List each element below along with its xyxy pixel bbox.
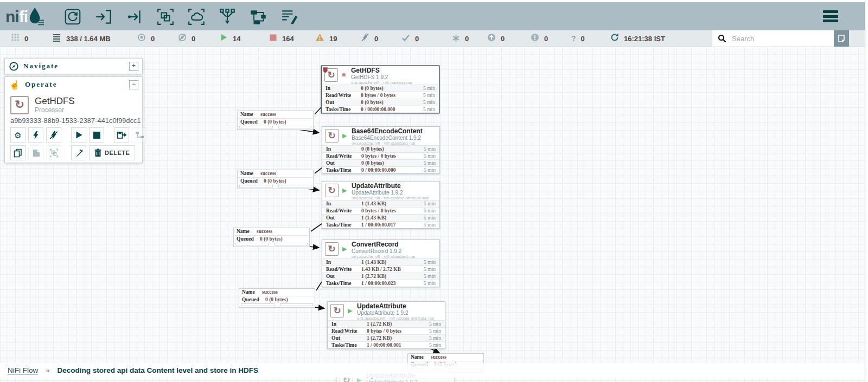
- input-port-icon[interactable]: [93, 7, 114, 27]
- connection-label[interactable]: Name success Queued 0 (0 bytes): [237, 170, 314, 189]
- processor-type-version: ConvertRecord 1.9.2: [352, 248, 438, 254]
- connection-name-value: success: [262, 289, 278, 296]
- processor-node[interactable]: ↻ ▶ ConvertRecord ConvertRecord 1.9.2 or…: [322, 239, 440, 287]
- copy-button[interactable]: [10, 145, 25, 160]
- start-button[interactable]: [71, 127, 86, 143]
- stat-label: Read/Write: [326, 208, 352, 214]
- navigate-expand-button[interactable]: +: [129, 62, 138, 71]
- locally-modified-icon: [452, 34, 460, 43]
- processor-node[interactable]: ↻ ▶ Base64EncodeContent Base64EncodeCont…: [322, 126, 440, 174]
- stat-row: Tasks/Time0 / 00:00:00.0005 min: [322, 106, 439, 113]
- status-active-threads: 0: [11, 30, 28, 47]
- breadcrumb-current: Decoding stored api data Content level a…: [57, 366, 258, 374]
- navigate-header: Navigate +: [5, 59, 142, 74]
- stat-label: In: [326, 146, 331, 152]
- breadcrumb-separator: »: [46, 366, 49, 374]
- breadcrumb-root-link[interactable]: NiFi Flow: [8, 366, 38, 375]
- search-box: [712, 30, 834, 47]
- up-to-date-icon: [401, 34, 410, 44]
- nifi-logo: nifi: [5, 7, 44, 26]
- locally-modified-stale-icon: [531, 33, 539, 44]
- stat-label: Tasks/Time: [326, 222, 351, 228]
- status-value: 0: [501, 35, 505, 43]
- stat-window: 5 min: [424, 160, 436, 166]
- processor-node[interactable]: ↻ ■ GetHDFS GetHDFS 1.9.2 org.apache.nif…: [321, 66, 439, 113]
- processor-stats: In1 (2.72 KB)5 minRead/Write0 bytes / 0 …: [328, 320, 445, 348]
- processor-header: ↻ ▶ UpdateAttribute UpdateAttribute 1.9.…: [328, 302, 445, 320]
- operate-actions-row-1: ⚙: [10, 127, 147, 143]
- stat-window: 5 min: [424, 167, 436, 173]
- queue-count-meter: [239, 126, 273, 128]
- processor-stats: In1 (1.43 KB)5 minRead/Write0 bytes / 0 …: [322, 200, 439, 228]
- stat-row: Read/Write1.43 KB / 2.72 KB5 min: [322, 266, 439, 273]
- flow-summary-button[interactable]: [834, 30, 849, 47]
- processor-icon: ↻: [10, 96, 29, 114]
- operate-collapse-button[interactable]: −: [129, 80, 138, 89]
- status-refresh: 16:21:38 IST: [610, 30, 665, 47]
- remote-process-group-icon[interactable]: [186, 7, 207, 27]
- global-menu-icon[interactable]: [823, 10, 838, 22]
- connection-queue-meters: [239, 303, 315, 307]
- operate-header: ☝ Operate −: [5, 77, 142, 92]
- fill-color-button[interactable]: [71, 145, 86, 160]
- stop-button[interactable]: [89, 127, 104, 143]
- operate-panel: ☝ Operate − ↻ GetHDFS Processor a9b93333…: [4, 76, 143, 163]
- threads-grid-icon: [11, 33, 20, 44]
- sync-failure-icon: ?: [571, 35, 576, 42]
- running-icon: ▶: [342, 245, 347, 252]
- upload-template-button: [132, 127, 147, 143]
- stat-value: 1 / 00:00:00.001: [367, 342, 401, 348]
- delete-button[interactable]: DELETE: [89, 145, 135, 160]
- processor-titles: GetHDFS GetHDFS 1.9.2 org.apache.nifi - …: [351, 67, 438, 86]
- status-value: 338 / 1.64 MB: [66, 35, 111, 43]
- trash-icon: [94, 148, 101, 157]
- funnel-icon[interactable]: [217, 7, 238, 27]
- status-value: 164: [282, 35, 294, 43]
- stat-value: 0 / 00:00:00.000: [361, 167, 396, 173]
- note-icon: [837, 34, 846, 43]
- connection-label[interactable]: Name success Queued 0 (0 bytes): [239, 288, 315, 308]
- output-port-icon[interactable]: [124, 7, 145, 27]
- enable-button[interactable]: [28, 127, 43, 143]
- stat-row: Read/Write0 bytes / 0 bytes5 min: [322, 207, 439, 214]
- connection-name-label: Name: [411, 354, 424, 361]
- stat-row: Read/Write0 bytes / 0 bytes5 min: [322, 152, 439, 159]
- stat-label: Tasks/Time: [326, 167, 351, 173]
- connection-name-label: Name: [240, 170, 253, 177]
- configure-button[interactable]: ⚙: [10, 127, 25, 143]
- label-icon[interactable]: [279, 7, 299, 27]
- queue-size-meter: [275, 243, 308, 245]
- stat-value: 0 (0 bytes): [361, 146, 384, 152]
- stat-value: 1 (1.43 KB): [361, 200, 386, 207]
- processor-icon[interactable]: [62, 7, 83, 27]
- logo-text-fi: fi: [19, 8, 28, 26]
- connection-name-value: success: [260, 111, 276, 118]
- process-group-icon[interactable]: [155, 7, 176, 27]
- queue-count-meter: [241, 303, 275, 306]
- running-icon: ▶: [348, 307, 352, 314]
- template-icon[interactable]: [248, 7, 269, 27]
- status-transmitting: 0: [137, 30, 155, 47]
- stat-value: 1 / 00:00:00.017: [361, 222, 396, 228]
- status-invalid: 19: [315, 30, 337, 47]
- search-input[interactable]: [731, 34, 834, 43]
- stat-window: 5 min: [424, 222, 436, 228]
- create-template-button[interactable]: [114, 127, 129, 143]
- connection-queued-row: Queued 0 (0 bytes): [238, 118, 313, 125]
- status-locally-modified: 0: [452, 30, 469, 47]
- stat-window: 5 min: [424, 146, 436, 152]
- disable-button[interactable]: [46, 127, 61, 143]
- stat-value: 0 (0 bytes): [361, 160, 384, 166]
- connection-label[interactable]: Name success Queued 0 (0 bytes): [233, 228, 310, 247]
- hand-pointer-icon: ☝: [9, 81, 20, 89]
- processor-node[interactable]: ↻ ▶ UpdateAttribute UpdateAttribute 1.9.…: [327, 301, 445, 349]
- stat-window: 5 min: [424, 266, 436, 273]
- connection-label[interactable]: Name success Queued 0 (0 bytes): [237, 111, 314, 130]
- status-sync-failure: ? 0: [571, 30, 585, 47]
- connection-queue-meters: [234, 242, 309, 247]
- stat-row: Read/Write0 bytes / 0 bytes5 min: [322, 92, 439, 99]
- top-toolbar: nifi: [0, 2, 868, 30]
- stat-row: Tasks/Time1 / 00:00:00.0235 min: [322, 280, 439, 287]
- refresh-icon[interactable]: [610, 33, 619, 44]
- processor-node[interactable]: ↻ ▶ UpdateAttribute UpdateAttribute 1.9.…: [322, 181, 440, 229]
